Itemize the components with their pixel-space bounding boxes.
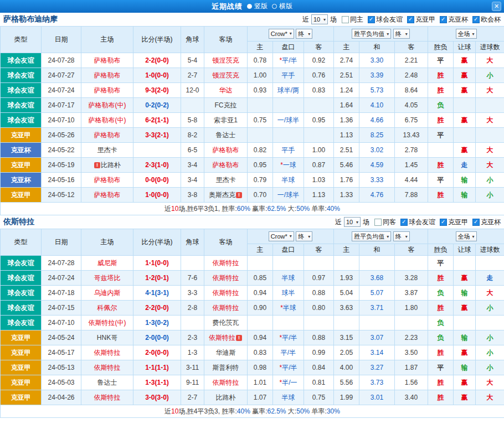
filter-league-friendly[interactable]: 球会友谊	[400, 218, 435, 227]
close-button[interactable]: ✕	[492, 2, 501, 11]
checkbox-unchecked-icon[interactable]	[342, 16, 349, 23]
away-team-name[interactable]: 萨格勒布	[213, 161, 239, 169]
away-team-name[interactable]: 里杰卡	[216, 176, 236, 184]
filter-league-kyb[interactable]: 克亚杯	[472, 218, 501, 227]
away-team-name[interactable]: 费伦茨瓦	[213, 319, 239, 327]
home-team-name[interactable]: 萨格勒布(中)	[89, 116, 126, 124]
match-count-select[interactable]: 10▾	[344, 217, 361, 227]
wdl-away-value: 4.44	[395, 173, 428, 188]
home-team-name[interactable]: 萨格勒布	[94, 176, 121, 184]
checkbox-checked-icon[interactable]	[368, 16, 375, 23]
filter-league-friendly[interactable]: 球会友谊	[368, 15, 403, 24]
odds-home-value: 0.85	[248, 271, 273, 286]
away-team-name[interactable]: 顿涅茨克	[213, 56, 239, 64]
match-score: 2-2(0-0)	[133, 53, 181, 68]
match-count-select[interactable]: 10▾	[311, 14, 328, 24]
odds-home-value	[248, 128, 273, 143]
wdl-draw-value: 3.01	[359, 390, 395, 405]
home-team-name[interactable]: 科佩尔	[97, 304, 117, 312]
home-team-name[interactable]: 萨格勒布(中)	[89, 101, 126, 109]
wdl-away-value: 1.80	[395, 301, 428, 316]
home-team-name[interactable]: 比路朴	[101, 161, 121, 169]
away-team-name-cell: 索非亚1	[204, 113, 248, 128]
wdl-final-select[interactable]: 终▾	[393, 29, 410, 39]
match-score: 2-0(0-0)	[133, 330, 181, 345]
team-name[interactable]: 依斯特拉	[3, 217, 34, 227]
vertical-layout-option[interactable]: 竖版	[254, 2, 268, 11]
away-team-name[interactable]: 依斯特拉	[213, 274, 239, 282]
col-odds-home: 主	[248, 244, 273, 256]
home-team-name[interactable]: 萨格勒布	[94, 56, 121, 64]
filter-label: 球会友谊	[376, 15, 403, 24]
odds-final-select[interactable]: 终▾	[296, 29, 312, 39]
filter-league-ohb[interactable]: 欧会杯	[472, 15, 501, 24]
away-team-name[interactable]: 斯普利特	[213, 364, 239, 371]
wdl-final-select[interactable]: 终▾	[393, 231, 410, 241]
away-team-name[interactable]: 顿涅茨克	[213, 71, 239, 79]
odds-home-value: 0.98	[248, 360, 273, 375]
filter-same-venue[interactable]: 同客	[374, 218, 396, 227]
away-team-name[interactable]: 依斯特拉	[213, 289, 239, 297]
checkbox-checked-icon[interactable]	[440, 16, 447, 23]
home-team-name[interactable]: 萨格勒布	[94, 71, 121, 79]
checkbox-checked-icon[interactable]	[400, 219, 408, 226]
bookmaker-select[interactable]: Crow*▾	[269, 231, 294, 241]
home-team-name-cell: 萨格勒布	[81, 128, 133, 143]
col-home: 主场	[81, 229, 133, 256]
wdl-select[interactable]: 胜平负均值▾	[352, 29, 391, 39]
filter-league-kyj[interactable]: 克亚甲	[440, 218, 468, 227]
scope-value: 全场	[458, 232, 470, 241]
home-team-name[interactable]: 萨格勒布	[94, 191, 121, 199]
odds-final-select[interactable]: 终▾	[296, 231, 312, 241]
home-team-name[interactable]: 乌迪内斯	[94, 289, 121, 297]
checkbox-checked-icon[interactable]	[472, 16, 480, 23]
odds-away-value: 0.92	[304, 53, 334, 68]
away-team-name[interactable]: 华达	[219, 86, 233, 94]
horizontal-layout-option[interactable]: 横版	[279, 2, 292, 11]
home-team-name[interactable]: 鲁达士	[97, 379, 117, 386]
vertical-radio-icon[interactable]	[247, 4, 252, 9]
home-team-name[interactable]: 依斯特拉	[94, 394, 121, 401]
away-team-name[interactable]: 依斯特拉	[213, 259, 239, 267]
handicap-result-value	[454, 316, 476, 330]
match-date: 24-05-22	[42, 143, 81, 158]
home-team-name[interactable]: 萨格勒布	[94, 131, 121, 139]
scope-select[interactable]: 全场▾	[456, 29, 477, 39]
corner-count: 8-2	[181, 128, 204, 143]
filter-league-kyj[interactable]: 克亚甲	[407, 15, 435, 24]
checkbox-unchecked-icon[interactable]	[374, 219, 382, 226]
away-team-name[interactable]: 依斯特拉	[213, 379, 239, 386]
horizontal-radio-icon[interactable]	[272, 4, 277, 9]
handicap-text: 平/半	[282, 364, 297, 371]
wdl-away-value: 2.23	[395, 330, 428, 345]
home-team-name[interactable]: 萨格勒布	[94, 86, 121, 94]
scope-header: 全场▾	[428, 229, 504, 244]
home-team-name[interactable]: HNK哥	[97, 334, 117, 342]
home-team-name[interactable]: 里杰卡	[97, 146, 117, 154]
filter-same-venue[interactable]: 同主	[342, 15, 363, 24]
away-team-name[interactable]: FC克拉	[215, 101, 237, 109]
away-team-name[interactable]: 萨格勒布	[213, 146, 239, 154]
home-team-name[interactable]: 威尼斯	[97, 259, 117, 267]
home-team-name[interactable]: 依斯特拉	[94, 349, 121, 356]
wdl-select[interactable]: 胜平负均值▾	[352, 231, 391, 241]
away-team-name[interactable]: 鲁达士	[216, 131, 236, 139]
odds-away-value: 0.76	[304, 68, 334, 83]
scope-select[interactable]: 全场▾	[456, 231, 477, 241]
filter-league-kyb[interactable]: 克亚杯	[440, 15, 468, 24]
team-name[interactable]: 萨格勒布迪纳摩	[3, 14, 58, 24]
away-team-name[interactable]: 依斯特拉	[209, 334, 235, 342]
away-team-name[interactable]: 比路朴	[216, 394, 236, 401]
checkbox-checked-icon[interactable]	[407, 16, 414, 23]
away-team-name[interactable]: 华迪斯	[216, 349, 236, 356]
away-team-name[interactable]: 依斯特拉	[213, 304, 239, 312]
home-team-name[interactable]: 哥兹塔比	[94, 274, 121, 282]
home-team-name[interactable]: 依斯特拉(中)	[89, 319, 126, 327]
home-team-name[interactable]: 依斯特拉	[94, 364, 121, 371]
away-team-name[interactable]: 索非亚1	[214, 116, 238, 124]
checkbox-checked-icon[interactable]	[440, 219, 447, 226]
bookmaker-select[interactable]: Crow*▾	[269, 29, 294, 39]
away-team-name[interactable]: 奥斯杰克	[209, 191, 235, 199]
checkbox-checked-icon[interactable]	[472, 219, 480, 226]
match-score: 1-0(0-0)	[133, 68, 181, 83]
